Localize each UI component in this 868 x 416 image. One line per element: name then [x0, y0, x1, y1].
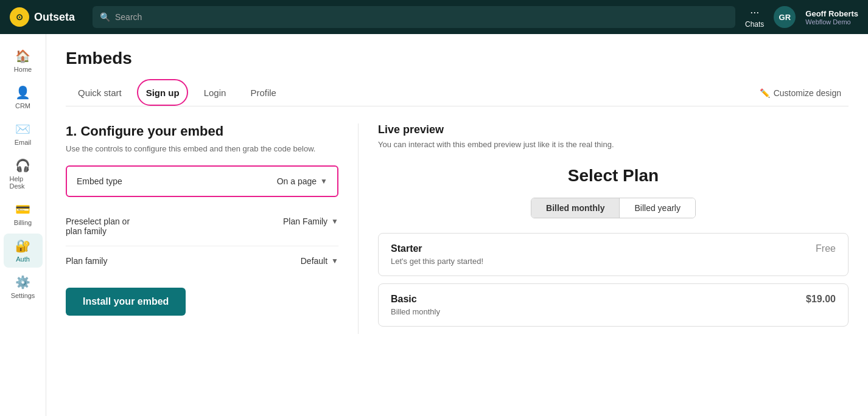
customize-label: Customize design — [774, 88, 841, 98]
chats-button[interactable]: ··· Chats — [745, 6, 764, 29]
basic-plan-price: $19.00 — [806, 294, 836, 305]
preview-title: Live preview — [378, 123, 849, 136]
plan-family-row: Plan family Default ▼ — [66, 246, 338, 276]
sidebar-item-auth[interactable]: 🔐 Auth — [4, 234, 43, 268]
embed-type-row: Embed type On a page ▼ — [66, 165, 338, 197]
embed-type-chevron-icon: ▼ — [320, 177, 327, 185]
tabs-bar: Quick start Sign up Login Profile ✏️ Cus… — [66, 80, 849, 106]
basic-plan-name: Basic — [391, 294, 417, 305]
plan-family-label: Plan family — [66, 256, 107, 266]
chats-label: Chats — [745, 20, 764, 29]
sidebar-item-crm-label: CRM — [15, 102, 30, 109]
billing-yearly-button[interactable]: Billed yearly — [620, 198, 695, 218]
plan-family-value: Default — [301, 256, 327, 266]
sidebar: 🏠 Home 👤 CRM ✉️ Email 🎧 Help Desk 💳 Bill… — [0, 34, 46, 416]
plan-card-starter-header: Starter Free — [391, 243, 836, 254]
starter-plan-name: Starter — [391, 243, 422, 254]
user-avatar[interactable]: GR — [774, 6, 796, 28]
search-bar[interactable]: 🔍 — [93, 6, 735, 28]
logo-icon: ⊙ — [10, 7, 29, 27]
billing-monthly-button[interactable]: Billed monthly — [531, 198, 620, 218]
search-input[interactable] — [115, 12, 728, 22]
nav-right: ··· Chats GR Geoff Roberts Webflow Demo — [745, 6, 858, 29]
tab-sign-up[interactable]: Sign up — [134, 80, 192, 106]
sidebar-item-billing[interactable]: 💳 Billing — [4, 197, 43, 231]
plan-card-basic: Basic $19.00 Billed monthly — [378, 283, 849, 327]
sidebar-item-helpdesk[interactable]: 🎧 Help Desk — [4, 153, 43, 195]
preselect-plan-row: Preselect plan or plan family Plan Famil… — [66, 207, 338, 246]
preselect-select[interactable]: Plan Family ▼ — [283, 217, 338, 226]
starter-plan-price: Free — [816, 243, 836, 254]
user-info: Geoff Roberts Webflow Demo — [805, 9, 858, 26]
plan-family-select[interactable]: Default ▼ — [301, 256, 338, 266]
sidebar-item-auth-label: Auth — [16, 255, 30, 263]
user-name: Geoff Roberts — [805, 9, 858, 18]
billing-icon: 💳 — [15, 202, 30, 217]
embed-type-select[interactable]: On a page ▼ — [277, 176, 327, 186]
preview-description: You can interact with this embed preview… — [378, 140, 849, 149]
sidebar-item-home[interactable]: 🏠 Home — [4, 44, 43, 78]
main-content: Embeds Quick start Sign up Login Profile… — [46, 34, 868, 416]
starter-plan-subtitle: Let's get this party started! — [391, 257, 836, 266]
helpdesk-icon: 🎧 — [15, 158, 30, 173]
logo: ⊙ Outseta — [10, 7, 83, 27]
billing-toggle: Billed monthly Billed yearly — [531, 198, 696, 218]
sidebar-item-helpdesk-label: Help Desk — [10, 175, 37, 190]
embed-type-value: On a page — [277, 176, 317, 186]
topnav: ⊙ Outseta 🔍 ··· Chats GR Geoff Roberts W… — [0, 0, 868, 34]
sidebar-item-billing-label: Billing — [14, 219, 32, 226]
embed-type-label: Embed type — [77, 176, 122, 186]
preselect-value: Plan Family — [283, 217, 327, 226]
auth-icon: 🔐 — [15, 238, 30, 253]
pencil-icon: ✏️ — [760, 88, 770, 98]
tab-quick-start[interactable]: Quick start — [66, 80, 134, 106]
preselect-chevron-icon: ▼ — [331, 217, 338, 226]
search-icon: 🔍 — [100, 12, 110, 22]
user-company: Webflow Demo — [805, 18, 858, 26]
app-layout: 🏠 Home 👤 CRM ✉️ Email 🎧 Help Desk 💳 Bill… — [0, 34, 868, 416]
preselect-label: Preselect plan or — [66, 217, 130, 226]
page-title: Embeds — [66, 49, 849, 68]
app-name: Outseta — [34, 11, 75, 24]
settings-icon: ⚙️ — [15, 275, 30, 289]
config-description: Use the controls to configure this embed… — [66, 144, 338, 153]
plan-card-basic-header: Basic $19.00 — [391, 294, 836, 305]
install-embed-button[interactable]: Install your embed — [66, 288, 186, 316]
customize-design-button[interactable]: ✏️ Customize design — [752, 85, 849, 102]
sidebar-item-settings-label: Settings — [11, 292, 35, 299]
sidebar-item-home-label: Home — [14, 66, 32, 73]
crm-icon: 👤 — [15, 85, 30, 100]
select-plan-title: Select Plan — [378, 166, 849, 185]
tab-login[interactable]: Login — [192, 80, 239, 106]
config-panel: 1. Configure your embed Use the controls… — [66, 123, 358, 334]
sidebar-item-email-label: Email — [15, 139, 32, 146]
preselect-sublabel: plan family — [66, 226, 130, 236]
plan-card-starter: Starter Free Let's get this party starte… — [378, 233, 849, 276]
preview-panel: Live preview You can interact with this … — [358, 123, 849, 334]
sidebar-item-settings[interactable]: ⚙️ Settings — [4, 270, 43, 304]
sidebar-item-crm[interactable]: 👤 CRM — [4, 80, 43, 114]
basic-plan-subtitle: Billed monthly — [391, 307, 836, 316]
two-col-layout: 1. Configure your embed Use the controls… — [66, 123, 849, 334]
sidebar-item-email[interactable]: ✉️ Email — [4, 117, 43, 151]
home-icon: 🏠 — [15, 49, 30, 63]
plan-family-chevron-icon: ▼ — [331, 257, 338, 265]
config-title: 1. Configure your embed — [66, 123, 338, 139]
email-icon: ✉️ — [15, 122, 30, 136]
tab-profile[interactable]: Profile — [238, 80, 289, 106]
chat-icon: ··· — [750, 6, 759, 19]
